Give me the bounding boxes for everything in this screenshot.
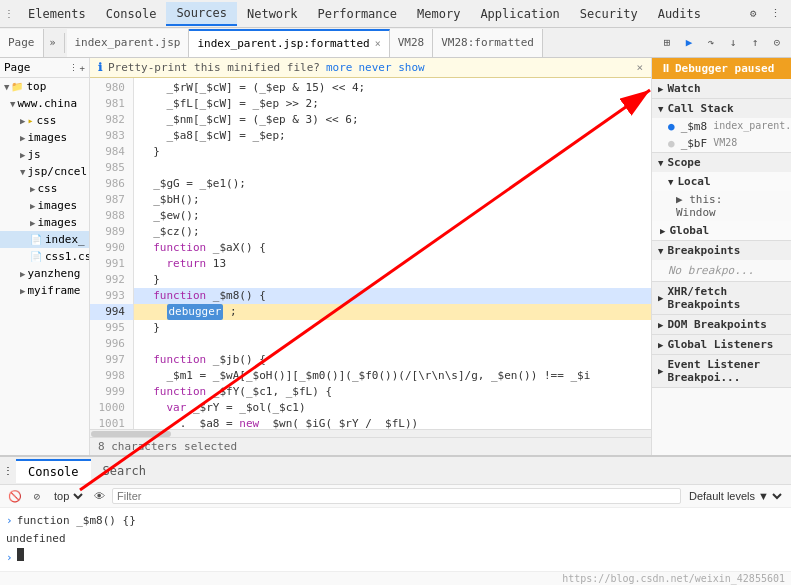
console-line-2: undefined xyxy=(6,530,785,548)
clear-console-icon[interactable]: 🚫 xyxy=(6,487,24,505)
code-line-980: _$rW[_$cW] = (_$ep & 15) << 4; xyxy=(134,80,651,96)
tab-search[interactable]: Search xyxy=(91,460,158,482)
global-listeners-header[interactable]: ▶ Global Listeners xyxy=(652,335,791,354)
scope-local-label: Local xyxy=(677,175,710,188)
level-select[interactable]: Default levels ▼ xyxy=(685,489,785,503)
callstack-item-m8[interactable]: ● _$m8 index_parent.js xyxy=(652,118,791,135)
tree-item-css2[interactable]: ▶ css xyxy=(0,180,89,197)
menu-memory[interactable]: Memory xyxy=(407,3,470,25)
tab-index-parent-formatted[interactable]: index_parent.jsp:formatted × xyxy=(189,29,389,57)
step-over-icon[interactable]: ↷ xyxy=(701,33,721,53)
line-num-985: 985 xyxy=(90,160,133,176)
tree-item-js[interactable]: ▶ js xyxy=(0,146,89,163)
code-line-1001: . _$a8 = new _$wn( $iG( $rY / $fL)) xyxy=(134,416,651,429)
xhr-header[interactable]: ▶ XHR/fetch Breakpoints xyxy=(652,282,791,314)
tree-item-www[interactable]: ▼ www.china xyxy=(0,95,89,112)
tab-close-icon[interactable]: × xyxy=(375,38,381,49)
step-into-icon[interactable]: ↓ xyxy=(723,33,743,53)
bottom-devtools-icon[interactable]: ⋮ xyxy=(0,457,16,485)
tab-index-parent-label: index_parent.jsp xyxy=(75,36,181,49)
menu-network[interactable]: Network xyxy=(237,3,308,25)
line-num-984: 984 xyxy=(90,144,133,160)
tree-item-css[interactable]: ▶ ▸ css xyxy=(0,112,89,129)
tab-console[interactable]: Console xyxy=(16,459,91,483)
new-tab-icon[interactable]: ⊞ xyxy=(657,33,677,53)
menu-application[interactable]: Application xyxy=(470,3,569,25)
tab-separator xyxy=(64,33,65,53)
code-line-997: function _$jb() { xyxy=(134,352,651,368)
xhr-arrow-icon: ▶ xyxy=(658,293,663,303)
code-content[interactable]: _$rW[_$cW] = (_$ep & 15) << 4; _$fL[_$cW… xyxy=(134,78,651,429)
menu-audits[interactable]: Audits xyxy=(648,3,711,25)
watch-section: ▶ Watch xyxy=(652,79,791,99)
file-tree-new-icon[interactable]: + xyxy=(80,63,85,73)
menu-performance[interactable]: Performance xyxy=(308,3,407,25)
dom-header[interactable]: ▶ DOM Breakpoints xyxy=(652,315,791,334)
scope-label: Scope xyxy=(667,156,700,169)
more-icon[interactable]: ⋮ xyxy=(765,4,785,24)
tree-item-css1[interactable]: 📄 css1.cs xyxy=(0,248,89,265)
tree-item-yanzheng[interactable]: ▶ yanzheng xyxy=(0,265,89,282)
info-more-link[interactable]: more xyxy=(326,61,353,74)
info-close-btn[interactable]: × xyxy=(636,61,643,74)
code-line-988: _$ew(); xyxy=(134,208,651,224)
tree-item-images3[interactable]: ▶ images xyxy=(0,214,89,231)
scope-local-header[interactable]: ▼ Local xyxy=(652,172,791,191)
horizontal-scrollbar[interactable] xyxy=(90,429,651,437)
resume-icon[interactable]: ▶ xyxy=(679,33,699,53)
tree-label-images: images xyxy=(27,131,67,144)
file-tree-title: Page xyxy=(4,61,65,74)
eye-icon[interactable]: 👁 xyxy=(90,487,108,505)
context-select[interactable]: top xyxy=(50,489,86,503)
tab-vm28[interactable]: VM28 xyxy=(390,29,434,57)
filter-input[interactable] xyxy=(112,488,681,504)
code-line-991: return 13 xyxy=(134,256,651,272)
file-tree-menu-icon[interactable]: ⋮ xyxy=(69,63,78,73)
tab-more-btn[interactable]: » xyxy=(44,29,62,57)
tree-item-images2[interactable]: ▶ images xyxy=(0,197,89,214)
tree-item-myiframe[interactable]: ▶ myiframe ( xyxy=(0,282,89,299)
tree-item-top[interactable]: ▼ 📁 top xyxy=(0,78,89,95)
breakpoints-header[interactable]: ▼ Breakpoints xyxy=(652,241,791,260)
tree-item-index[interactable]: 📄 index_ xyxy=(0,231,89,248)
scope-header[interactable]: ▼ Scope xyxy=(652,153,791,172)
line-num-1000: 1000 xyxy=(90,400,133,416)
devtools-icon[interactable]: ⋮ xyxy=(0,8,18,19)
tree-item-images[interactable]: ▶ images xyxy=(0,129,89,146)
tab-vm28-formatted-label: VM28:formatted xyxy=(441,36,534,49)
event-listeners-header[interactable]: ▶ Event Listener Breakpoi... xyxy=(652,355,791,387)
file-icon-index: 📄 xyxy=(30,234,42,245)
line-num-987: 987 xyxy=(90,192,133,208)
scrollbar-thumb[interactable] xyxy=(91,431,171,437)
tree-arrow-images3: ▶ xyxy=(30,218,35,228)
watch-header[interactable]: ▶ Watch xyxy=(652,79,791,98)
global-listeners-label: Global Listeners xyxy=(667,338,773,351)
tree-arrow-css: ▶ xyxy=(20,116,25,126)
tree-item-jsp[interactable]: ▼ jsp/cncel xyxy=(0,163,89,180)
settings-icon[interactable]: ⚙ xyxy=(743,4,763,24)
event-listeners-label: Event Listener Breakpoi... xyxy=(667,358,785,384)
pause-icon: ⏸ xyxy=(660,62,671,75)
console-prompt-icon: › xyxy=(6,512,13,530)
menu-security[interactable]: Security xyxy=(570,3,648,25)
xhr-label: XHR/fetch Breakpoints xyxy=(667,285,785,311)
menu-sources[interactable]: Sources xyxy=(166,2,237,26)
menu-console[interactable]: Console xyxy=(96,3,167,25)
debugger-paused-bar: ⏸ Debugger paused xyxy=(652,58,791,79)
menu-elements[interactable]: Elements xyxy=(18,3,96,25)
line-num-997: 997 xyxy=(90,352,133,368)
tree-arrow-images2: ▶ xyxy=(30,201,35,211)
scope-global-label: Global xyxy=(669,224,709,237)
callstack-header[interactable]: ▼ Call Stack xyxy=(652,99,791,118)
console-filter-icon[interactable]: ⊘ xyxy=(28,487,46,505)
callstack-item-bf[interactable]: ● _$bF VM28 xyxy=(652,135,791,152)
bottom-tabs: ⋮ Console Search xyxy=(0,457,791,485)
tab-index-parent[interactable]: index_parent.jsp xyxy=(67,29,190,57)
deactivate-breakpoints-icon[interactable]: ⊝ xyxy=(767,33,787,53)
step-out-icon[interactable]: ↑ xyxy=(745,33,765,53)
scope-global-header[interactable]: ▶ Global xyxy=(652,221,791,240)
tab-vm28-formatted[interactable]: VM28:formatted xyxy=(433,29,543,57)
info-never-link[interactable]: never show xyxy=(358,61,424,74)
console-cursor[interactable] xyxy=(17,548,24,561)
tab-page[interactable]: Page xyxy=(0,29,44,57)
